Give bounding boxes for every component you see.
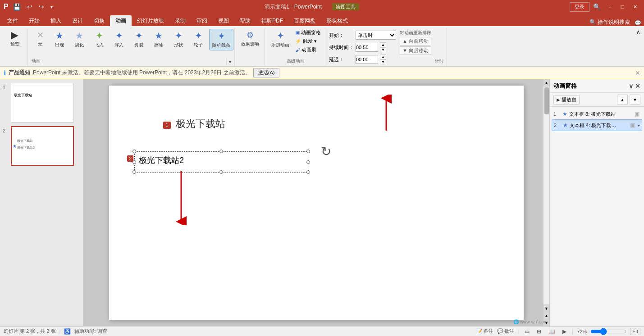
- tab-help[interactable]: 帮助: [234, 15, 256, 26]
- effect-options-button[interactable]: ⚙ 效果选项: [238, 29, 262, 49]
- canvas-scrollbar[interactable]: ▲ ▼ ▲ ▼: [543, 79, 549, 326]
- trigger-button[interactable]: ⚡ 触发 ▾: [294, 37, 322, 45]
- quick-save[interactable]: 💾: [11, 2, 23, 11]
- anim-fade-button[interactable]: ★ 淡化: [70, 29, 88, 50]
- tab-file[interactable]: 文件: [2, 15, 23, 26]
- tab-foxitpdf[interactable]: 福昕PDF: [256, 15, 288, 26]
- textbox-2-container[interactable]: 2 极光下载站2: [136, 153, 307, 171]
- slideshow-button[interactable]: ▶: [561, 328, 568, 335]
- anim-appear-icon: ★: [55, 30, 64, 41]
- slide-item-1[interactable]: 1 极光下载站: [3, 83, 80, 123]
- tab-review[interactable]: 审阅: [191, 15, 213, 26]
- scroll-down-button[interactable]: ▼: [544, 304, 549, 312]
- anim-list-item-1[interactable]: 1 ★ 文本框 3: 极光下载站 ▣: [552, 109, 642, 119]
- quick-redo[interactable]: ↪: [37, 2, 46, 11]
- scroll-extra-up[interactable]: ▲: [544, 312, 549, 319]
- tab-view[interactable]: 视图: [213, 15, 234, 26]
- anim-none-button[interactable]: ✕ 无: [32, 29, 49, 49]
- notification-bold: 产品通知: [9, 69, 30, 77]
- tab-baiduyun[interactable]: 百度网盘: [288, 15, 321, 26]
- handle-bl[interactable]: [132, 170, 136, 174]
- delay-up[interactable]: ▲: [380, 54, 386, 59]
- anim-wipe-button[interactable]: ★ 擦除: [150, 29, 168, 50]
- slide-thumb-1[interactable]: 极光下载站: [11, 83, 74, 123]
- tab-design[interactable]: 设计: [67, 15, 88, 26]
- handle-mr[interactable]: [306, 160, 310, 164]
- canvas-area[interactable]: 1 极光下载站 ↻ 2 极光下载站2: [83, 79, 549, 326]
- anim-wheel-button[interactable]: ✦ 轮子: [189, 29, 207, 50]
- slide-item-2[interactable]: 2 ★ 极光下载站 极光下载站2: [3, 126, 80, 166]
- animation-brush-label: 动画刷: [301, 46, 316, 53]
- play-from-button[interactable]: ▶ 播放自: [553, 95, 580, 104]
- slide-thumb-2[interactable]: ★ 极光下载站 极光下载站2: [11, 126, 74, 166]
- sort-up-button[interactable]: ▲: [617, 95, 628, 104]
- timing-delay-label: 延迟：: [329, 56, 354, 63]
- notes-button[interactable]: 📝 备注: [476, 328, 493, 335]
- tab-home[interactable]: 开始: [23, 15, 45, 26]
- animation-window-button[interactable]: ▣ 动画窗格: [294, 29, 322, 36]
- anim-flyin-button[interactable]: ✦ 飞入: [90, 29, 108, 50]
- login-button[interactable]: 登录: [570, 2, 589, 12]
- quick-more[interactable]: ▾: [49, 4, 55, 10]
- timing-duration-input[interactable]: [356, 43, 378, 52]
- animation-group-expand[interactable]: ▾: [226, 58, 233, 65]
- anim-float-button[interactable]: ✦ 浮入: [110, 29, 128, 50]
- tab-slideshow[interactable]: 幻灯片放映: [132, 15, 169, 26]
- timing-start-select[interactable]: 单击时: [356, 31, 396, 40]
- sort-down-button[interactable]: ▼: [630, 95, 640, 104]
- anim-shape-button[interactable]: ✦ 形状: [169, 29, 187, 50]
- delay-down[interactable]: ▼: [380, 59, 386, 64]
- search-icon[interactable]: 🔍: [591, 2, 603, 11]
- minimize-button[interactable]: －: [604, 3, 615, 11]
- quick-undo[interactable]: ↩: [25, 2, 34, 11]
- handle-tr[interactable]: [306, 150, 310, 153]
- slide-1-text: 极光下载站: [14, 93, 71, 98]
- anim-list-item-2[interactable]: 2 ★ 文本框 4: 极光下载… ▣ ▾: [552, 119, 642, 131]
- restore-button[interactable]: □: [617, 3, 628, 11]
- preview-button[interactable]: ▶ 预览: [5, 29, 25, 49]
- duration-arrows: ▲ ▼: [380, 42, 386, 52]
- textbox-1[interactable]: 1 极光下载站: [163, 117, 225, 131]
- normal-view-button[interactable]: ▭: [523, 328, 531, 335]
- scroll-up-button[interactable]: ▲: [544, 79, 549, 86]
- anim-appear-button[interactable]: ★ 出现: [50, 29, 69, 50]
- reading-view-button[interactable]: 📖: [547, 328, 557, 335]
- handle-tm[interactable]: [219, 150, 223, 153]
- duration-down[interactable]: ▼: [380, 47, 386, 52]
- activate-button[interactable]: 激活(A): [253, 68, 280, 77]
- tab-insert[interactable]: 插入: [45, 15, 67, 26]
- tab-transition[interactable]: 切换: [88, 15, 110, 26]
- slide-sorter-button[interactable]: ⊞: [535, 328, 543, 335]
- duration-up[interactable]: ▲: [380, 42, 386, 47]
- scroll-thumb[interactable]: [544, 87, 549, 114]
- add-animation-button[interactable]: ✦ 添加动画: [269, 29, 292, 50]
- panel-expand-btn[interactable]: ∨: [629, 82, 633, 90]
- anim-shape-label: 形状: [174, 42, 183, 48]
- handle-tl[interactable]: [132, 150, 136, 153]
- comment-icon[interactable]: 💬: [632, 20, 644, 26]
- ribbon-group-animation: ✕ 无 ★ 出现 ★ 淡化 ✦ 飞入 ✦ 浮入: [29, 28, 235, 66]
- handle-bm[interactable]: [219, 170, 223, 174]
- zoom-slider[interactable]: [590, 328, 626, 335]
- anim-randombars-button[interactable]: ✦ 随机线条: [209, 29, 233, 50]
- notification-close[interactable]: ✕: [635, 69, 640, 77]
- comments-button[interactable]: 💬 批注: [497, 328, 514, 335]
- anim-item-2-dropdown[interactable]: ▾: [638, 123, 640, 128]
- fit-button[interactable]: FIt: [630, 328, 640, 335]
- preview-label: 预览: [10, 41, 19, 47]
- anim-split-button[interactable]: ✦ 劈裂: [130, 29, 148, 50]
- animation-brush-button[interactable]: 🖌 动画刷: [294, 46, 322, 54]
- handle-br[interactable]: [306, 170, 310, 174]
- move-backward-button[interactable]: ▼ 向后移动: [400, 46, 431, 55]
- help-search-icon[interactable]: 🔍 操作说明搜索: [589, 18, 630, 26]
- timing-delay-input[interactable]: [356, 55, 378, 64]
- move-forward-button[interactable]: ▲ 向前移动: [400, 37, 431, 45]
- close-button[interactable]: ✕: [630, 3, 640, 11]
- tab-record[interactable]: 录制: [169, 15, 191, 26]
- panel-close-btn[interactable]: ✕: [635, 82, 640, 90]
- animation-window-label: 动画窗格: [301, 29, 321, 36]
- tab-animation[interactable]: 动画: [110, 15, 132, 26]
- collapse-ribbon-button[interactable]: ∧: [635, 28, 642, 66]
- anim-randombars-label: 随机线条: [212, 42, 230, 49]
- tab-shape-format[interactable]: 形状格式: [321, 15, 353, 26]
